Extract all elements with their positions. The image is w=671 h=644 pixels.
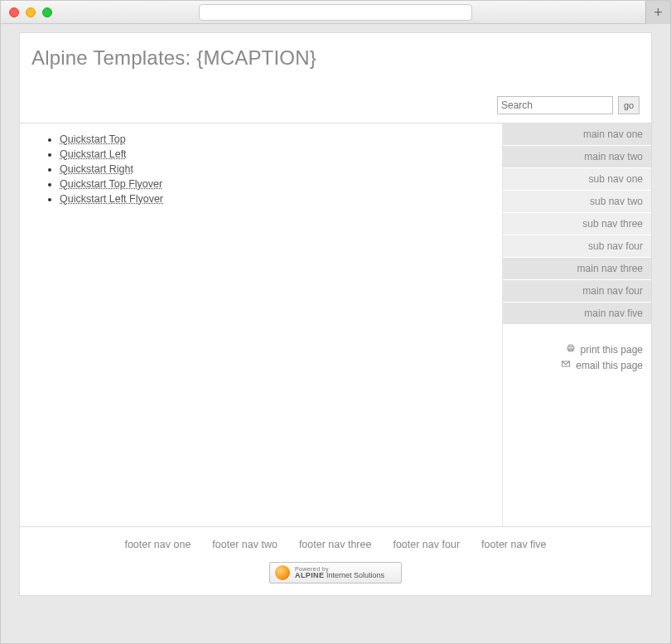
minimize-window-button[interactable] <box>26 7 36 17</box>
footer-link[interactable]: footer nav one <box>124 539 191 550</box>
close-window-button[interactable] <box>9 7 19 17</box>
page-header: Alpine Templates: {MCAPTION} <box>20 33 651 76</box>
badge-text: Powered by ALPINE Internet Solutions <box>295 566 384 579</box>
quickstart-link[interactable]: Quickstart Top <box>60 133 126 145</box>
address-bar[interactable] <box>199 4 472 21</box>
main-column: Quickstart Top Quickstart Left Quickstar… <box>20 123 502 526</box>
sidebar-item[interactable]: main nav one <box>503 123 651 146</box>
quickstart-list: Quickstart Top Quickstart Left Quickstar… <box>36 132 485 206</box>
sidebar-sub-item[interactable]: sub nav two <box>503 191 651 213</box>
quickstart-link[interactable]: Quickstart Left <box>60 148 127 160</box>
footer-link[interactable]: footer nav four <box>393 539 460 550</box>
sidebar-item[interactable]: main nav five <box>503 303 651 325</box>
quickstart-link[interactable]: Quickstart Right <box>60 163 133 175</box>
page-tools: print this page email this page <box>503 325 651 390</box>
search-go-button[interactable]: go <box>618 96 640 114</box>
sidebar-sub-item[interactable]: sub nav three <box>503 213 651 235</box>
quickstart-link[interactable]: Quickstart Left Flyover <box>60 193 163 205</box>
email-page-label: email this page <box>576 360 643 371</box>
alpine-logo-icon <box>275 565 290 580</box>
side-nav: main nav one main nav two sub nav one su… <box>503 123 651 325</box>
footer-links: footer nav one footer nav two footer nav… <box>124 539 546 550</box>
page-title: Alpine Templates: {MCAPTION} <box>31 46 640 70</box>
print-page-link[interactable]: print this page <box>511 341 643 357</box>
window-controls <box>1 7 52 17</box>
sidebar-item[interactable]: main nav three <box>503 258 651 280</box>
search-row: go <box>20 76 651 123</box>
footer: footer nav one footer nav two footer nav… <box>20 526 651 595</box>
sidebar-sub-item[interactable]: sub nav four <box>503 235 651 258</box>
zoom-window-button[interactable] <box>42 7 52 17</box>
footer-link[interactable]: footer nav five <box>481 539 547 550</box>
badge-line2: ALPINE Internet Solutions <box>295 572 384 579</box>
new-tab-button[interactable]: + <box>645 1 670 24</box>
envelope-icon <box>561 359 571 371</box>
badge-rest: Internet Solutions <box>324 571 384 579</box>
body-columns: Quickstart Top Quickstart Left Quickstar… <box>20 123 651 526</box>
list-item: Quickstart Top <box>60 132 485 147</box>
print-page-label: print this page <box>581 344 643 356</box>
email-page-link[interactable]: email this page <box>511 357 643 373</box>
svg-rect-2 <box>568 345 572 346</box>
badge-brand: ALPINE <box>295 571 324 579</box>
list-item: Quickstart Top Flyover <box>60 177 485 191</box>
list-item: Quickstart Right <box>60 162 485 177</box>
quickstart-link[interactable]: Quickstart Top Flyover <box>60 178 162 190</box>
titlebar: + <box>1 1 670 24</box>
sidebar-item[interactable]: main nav two <box>503 146 651 168</box>
side-column: main nav one main nav two sub nav one su… <box>502 123 651 526</box>
content-card: Alpine Templates: {MCAPTION} go Quicksta… <box>19 32 652 596</box>
list-item: Quickstart Left <box>60 147 485 162</box>
sidebar-sub-item[interactable]: sub nav one <box>503 168 651 191</box>
printer-icon <box>566 343 576 356</box>
page-viewport: Alpine Templates: {MCAPTION} go Quicksta… <box>1 24 670 643</box>
footer-link[interactable]: footer nav three <box>299 539 372 550</box>
list-item: Quickstart Left Flyover <box>60 191 485 206</box>
search-input[interactable] <box>497 96 613 114</box>
footer-link[interactable]: footer nav two <box>212 539 278 550</box>
powered-by-badge[interactable]: Powered by ALPINE Internet Solutions <box>269 562 402 583</box>
sidebar-item[interactable]: main nav four <box>503 280 651 303</box>
browser-window: + Alpine Templates: {MCAPTION} go Quicks… <box>0 0 671 644</box>
